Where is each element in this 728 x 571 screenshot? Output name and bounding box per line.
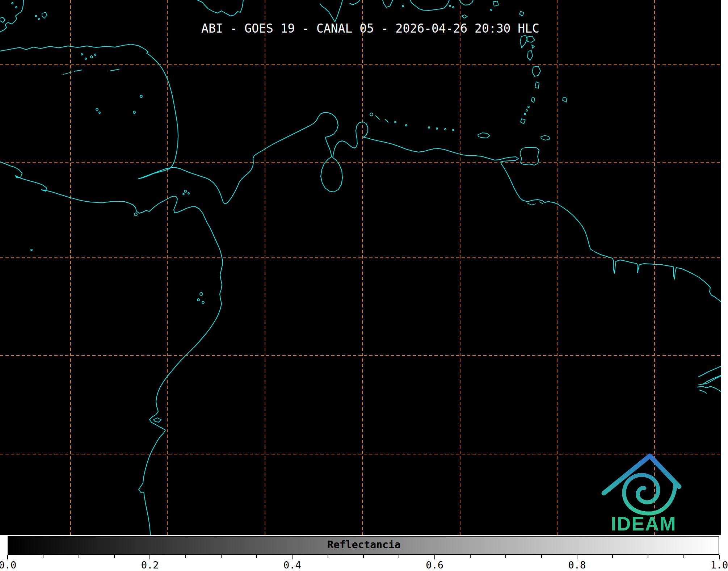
island-outline [110,69,119,71]
island-outline [532,45,534,48]
island-outline [520,35,527,48]
coastline [0,17,5,22]
small-island [402,5,404,7]
small-island [12,3,13,4]
small-island [91,56,93,58]
small-island [449,5,451,7]
island-outline [563,97,567,102]
small-island [197,299,199,301]
coastline [0,162,223,535]
small-island [35,15,37,17]
colorbar-minor-tick [612,555,613,558]
colorbar-minor-tick [79,555,79,558]
colorbar-minor-tick [185,555,186,558]
colorbar-minor-tick [221,555,222,558]
small-island [38,18,39,20]
coastline [350,0,360,5]
island-outline [385,119,388,122]
colorbar-minor-tick [505,555,506,558]
small-island [370,113,373,116]
small-island [188,193,189,194]
island-outline [478,133,490,138]
colorbar-minor-tick [256,555,257,558]
colorbar-major-tick [719,555,720,559]
small-island [202,301,204,303]
coastline-layer [0,0,721,535]
small-island [94,54,96,55]
small-island [524,113,526,115]
colorbar-tick-label: 0.0 [0,560,16,570]
image-title: ABI - GOES 19 - CANAL 05 - 2026-04-26 20… [201,21,539,35]
small-island [428,127,430,128]
map-canvas: IDEAM [0,0,721,535]
island-outline [375,116,380,119]
colorbar-tick-label: 0.6 [426,560,443,570]
colorbar-tick-label: 0.4 [283,560,301,570]
colorbar-minor-tick [328,555,328,558]
colorbar-major-tick [577,555,577,559]
coastline [459,0,473,5]
island-outline [527,36,535,42]
small-island [85,58,87,59]
satellite-map: IDEAM ABI - GOES 19 - CANAL 05 - 2026-04… [0,0,721,535]
small-island [31,249,32,251]
island-outline [532,66,540,76]
colorbar-minor-tick [470,555,471,558]
small-island [81,54,83,55]
small-island [453,129,454,131]
island-outline [541,135,550,140]
island-outline [531,97,535,102]
islands-layer [12,1,567,422]
small-island [99,112,100,113]
logo-text: IDEAM [611,513,677,534]
coastline [0,0,24,32]
colorbar-tick-label: 0.8 [568,560,586,570]
island-outline [539,202,543,204]
small-island [16,7,17,8]
colorbar-track [8,536,719,555]
small-island [96,108,98,110]
island-outline [527,203,536,205]
small-island [395,121,396,123]
small-island [184,190,186,192]
coastline [410,0,449,11]
latlon-gridline-layer [0,0,721,535]
small-island [526,110,527,111]
small-island [140,95,142,97]
colorbar-minor-tick [683,555,684,558]
colorbar-minor-tick [541,555,542,558]
island-outline [527,51,533,60]
ideam-logo: IDEAM [604,456,679,534]
small-island [133,111,135,113]
logo-swirl-icon [624,475,676,513]
island-outline [462,15,467,18]
colorbar-tick-label: 1.0 [711,560,728,570]
island-outline [153,418,161,422]
small-island [436,128,438,129]
island-outline [535,82,539,88]
colorbar-minor-tick [648,555,648,558]
colorbar-major-tick [7,555,8,559]
small-island [183,193,184,195]
island-outline [493,1,498,6]
colorbar-major-tick [292,555,293,559]
island-outline [42,12,47,18]
coastline [197,0,243,16]
coastline [383,0,393,7]
coastline [698,366,721,377]
small-island [528,106,529,108]
colorbar-tick-label: 0.2 [141,560,159,570]
small-island [445,129,446,130]
colorbar-major-tick [434,555,435,559]
coastline [0,44,721,302]
small-island [491,9,492,11]
island-outline [519,11,524,16]
small-island [453,7,454,8]
colorbar-minor-tick [43,555,43,558]
small-island [134,213,137,216]
colorbar-major-tick [150,555,150,559]
small-island [200,293,203,295]
coastline [320,0,342,22]
colorbar-minor-tick [363,555,364,558]
coastline [704,375,721,383]
